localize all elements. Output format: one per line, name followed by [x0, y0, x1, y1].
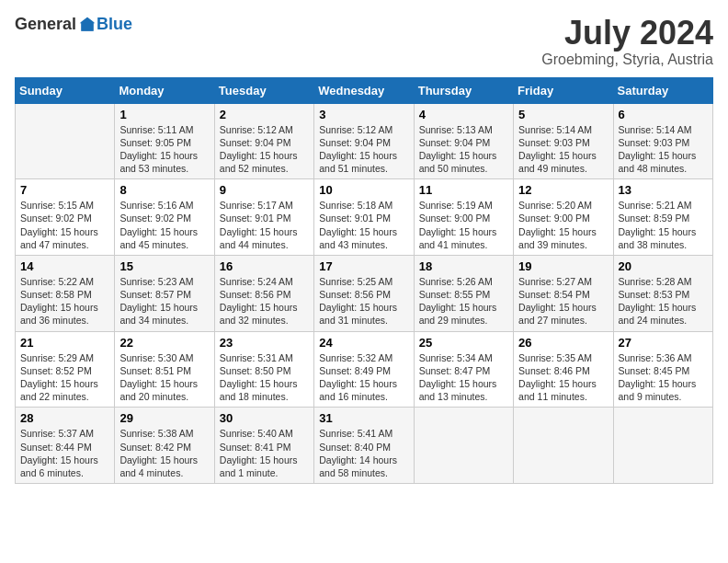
- day-info: Sunrise: 5:38 AMSunset: 8:42 PMDaylight:…: [119, 427, 209, 479]
- header-thursday: Thursday: [414, 77, 513, 103]
- header-wednesday: Wednesday: [314, 77, 414, 103]
- location-title: Groebming, Styria, Austria: [541, 52, 713, 68]
- day-number: 6: [619, 108, 708, 121]
- header-saturday: Saturday: [613, 77, 712, 103]
- day-info: Sunrise: 5:11 AMSunset: 9:05 PMDaylight:…: [119, 123, 209, 176]
- day-cell-17: 17Sunrise: 5:25 AMSunset: 8:56 PMDayligh…: [314, 255, 414, 331]
- logo-general-text: General: [15, 15, 76, 34]
- day-info: Sunrise: 5:40 AMSunset: 8:41 PMDaylight:…: [220, 427, 309, 479]
- day-info: Sunrise: 5:27 AMSunset: 8:54 PMDaylight:…: [518, 275, 608, 327]
- day-cell-12: 12Sunrise: 5:20 AMSunset: 9:00 PMDayligh…: [514, 179, 613, 256]
- day-cell-31: 31Sunrise: 5:41 AMSunset: 8:40 PMDayligh…: [314, 408, 414, 484]
- day-info: Sunrise: 5:12 AMSunset: 9:04 PMDaylight:…: [220, 123, 309, 176]
- day-cell-10: 10Sunrise: 5:18 AMSunset: 9:01 PMDayligh…: [314, 179, 414, 256]
- month-title: July 2024: [541, 15, 713, 52]
- empty-cell: [613, 408, 712, 484]
- day-number: 28: [20, 411, 109, 425]
- day-number: 9: [220, 183, 309, 197]
- header-friday: Friday: [514, 77, 613, 103]
- day-info: Sunrise: 5:23 AMSunset: 8:57 PMDaylight:…: [119, 275, 209, 327]
- day-cell-29: 29Sunrise: 5:38 AMSunset: 8:42 PMDayligh…: [115, 408, 214, 484]
- day-number: 17: [319, 259, 408, 273]
- day-number: 5: [518, 108, 608, 121]
- day-cell-5: 5Sunrise: 5:14 AMSunset: 9:03 PMDaylight…: [514, 103, 613, 179]
- logo-icon: [78, 16, 97, 34]
- day-cell-19: 19Sunrise: 5:27 AMSunset: 8:54 PMDayligh…: [514, 255, 613, 331]
- day-number: 10: [319, 183, 408, 197]
- day-number: 8: [119, 183, 209, 197]
- day-number: 2: [220, 108, 309, 121]
- day-cell-22: 22Sunrise: 5:30 AMSunset: 8:51 PMDayligh…: [115, 331, 214, 408]
- day-info: Sunrise: 5:34 AMSunset: 8:47 PMDaylight:…: [419, 351, 508, 404]
- day-cell-15: 15Sunrise: 5:23 AMSunset: 8:57 PMDayligh…: [115, 255, 214, 331]
- day-info: Sunrise: 5:18 AMSunset: 9:01 PMDaylight:…: [319, 199, 408, 251]
- empty-cell: [514, 408, 613, 484]
- empty-cell: [414, 408, 513, 484]
- day-cell-24: 24Sunrise: 5:32 AMSunset: 8:49 PMDayligh…: [314, 331, 414, 408]
- day-cell-1: 1Sunrise: 5:11 AMSunset: 9:05 PMDaylight…: [115, 103, 214, 179]
- day-info: Sunrise: 5:14 AMSunset: 9:03 PMDaylight:…: [619, 123, 708, 176]
- day-number: 1: [119, 108, 209, 121]
- day-number: 22: [119, 336, 209, 350]
- day-info: Sunrise: 5:14 AMSunset: 9:03 PMDaylight:…: [518, 123, 608, 176]
- day-cell-6: 6Sunrise: 5:14 AMSunset: 9:03 PMDaylight…: [613, 103, 712, 179]
- week-row-5: 28Sunrise: 5:37 AMSunset: 8:44 PMDayligh…: [16, 408, 713, 484]
- day-cell-8: 8Sunrise: 5:16 AMSunset: 9:02 PMDaylight…: [115, 179, 214, 256]
- day-info: Sunrise: 5:25 AMSunset: 8:56 PMDaylight:…: [319, 275, 408, 327]
- day-info: Sunrise: 5:22 AMSunset: 8:58 PMDaylight:…: [20, 275, 109, 327]
- day-info: Sunrise: 5:28 AMSunset: 8:53 PMDaylight:…: [619, 275, 708, 327]
- day-number: 7: [20, 183, 109, 197]
- day-number: 13: [619, 183, 708, 197]
- day-cell-23: 23Sunrise: 5:31 AMSunset: 8:50 PMDayligh…: [214, 331, 313, 408]
- day-cell-2: 2Sunrise: 5:12 AMSunset: 9:04 PMDaylight…: [214, 103, 313, 179]
- day-number: 31: [319, 411, 408, 425]
- day-info: Sunrise: 5:36 AMSunset: 8:45 PMDaylight:…: [619, 351, 708, 404]
- day-cell-27: 27Sunrise: 5:36 AMSunset: 8:45 PMDayligh…: [613, 331, 712, 408]
- day-cell-11: 11Sunrise: 5:19 AMSunset: 9:00 PMDayligh…: [414, 179, 513, 256]
- day-info: Sunrise: 5:16 AMSunset: 9:02 PMDaylight:…: [119, 199, 209, 251]
- day-number: 29: [119, 411, 209, 425]
- day-info: Sunrise: 5:41 AMSunset: 8:40 PMDaylight:…: [319, 427, 408, 479]
- day-info: Sunrise: 5:29 AMSunset: 8:52 PMDaylight:…: [20, 351, 109, 404]
- day-cell-18: 18Sunrise: 5:26 AMSunset: 8:55 PMDayligh…: [414, 255, 513, 331]
- day-cell-16: 16Sunrise: 5:24 AMSunset: 8:56 PMDayligh…: [214, 255, 313, 331]
- day-info: Sunrise: 5:12 AMSunset: 9:04 PMDaylight:…: [319, 123, 408, 176]
- day-info: Sunrise: 5:17 AMSunset: 9:01 PMDaylight:…: [220, 199, 309, 251]
- day-number: 23: [220, 336, 309, 350]
- day-number: 14: [20, 259, 109, 273]
- day-number: 11: [419, 183, 508, 197]
- day-info: Sunrise: 5:15 AMSunset: 9:02 PMDaylight:…: [20, 199, 109, 251]
- day-info: Sunrise: 5:26 AMSunset: 8:55 PMDaylight:…: [419, 275, 508, 327]
- day-number: 4: [419, 108, 508, 121]
- page-header: General Blue July 2024 Groebming, Styria…: [15, 15, 713, 68]
- day-number: 26: [518, 336, 608, 350]
- calendar-table: SundayMondayTuesdayWednesdayThursdayFrid…: [15, 77, 713, 484]
- week-row-2: 7Sunrise: 5:15 AMSunset: 9:02 PMDaylight…: [16, 179, 713, 256]
- day-info: Sunrise: 5:37 AMSunset: 8:44 PMDaylight:…: [20, 427, 109, 479]
- day-info: Sunrise: 5:21 AMSunset: 8:59 PMDaylight:…: [619, 199, 708, 251]
- day-number: 3: [319, 108, 408, 121]
- day-cell-4: 4Sunrise: 5:13 AMSunset: 9:04 PMDaylight…: [414, 103, 513, 179]
- day-number: 24: [319, 336, 408, 350]
- day-info: Sunrise: 5:19 AMSunset: 9:00 PMDaylight:…: [419, 199, 508, 251]
- day-info: Sunrise: 5:20 AMSunset: 9:00 PMDaylight:…: [518, 199, 608, 251]
- logo-blue-text: Blue: [97, 15, 132, 34]
- day-cell-28: 28Sunrise: 5:37 AMSunset: 8:44 PMDayligh…: [16, 408, 115, 484]
- day-cell-30: 30Sunrise: 5:40 AMSunset: 8:41 PMDayligh…: [214, 408, 313, 484]
- day-number: 25: [419, 336, 508, 350]
- day-info: Sunrise: 5:32 AMSunset: 8:49 PMDaylight:…: [319, 351, 408, 404]
- day-cell-21: 21Sunrise: 5:29 AMSunset: 8:52 PMDayligh…: [16, 331, 115, 408]
- day-number: 30: [220, 411, 309, 425]
- header-sunday: Sunday: [16, 77, 115, 103]
- day-info: Sunrise: 5:13 AMSunset: 9:04 PMDaylight:…: [419, 123, 508, 176]
- day-cell-25: 25Sunrise: 5:34 AMSunset: 8:47 PMDayligh…: [414, 331, 513, 408]
- header-tuesday: Tuesday: [214, 77, 313, 103]
- day-info: Sunrise: 5:35 AMSunset: 8:46 PMDaylight:…: [518, 351, 608, 404]
- day-cell-20: 20Sunrise: 5:28 AMSunset: 8:53 PMDayligh…: [613, 255, 712, 331]
- calendar-header-row: SundayMondayTuesdayWednesdayThursdayFrid…: [16, 77, 713, 103]
- logo: General Blue: [15, 15, 132, 34]
- week-row-1: 1Sunrise: 5:11 AMSunset: 9:05 PMDaylight…: [16, 103, 713, 179]
- day-cell-14: 14Sunrise: 5:22 AMSunset: 8:58 PMDayligh…: [16, 255, 115, 331]
- day-info: Sunrise: 5:30 AMSunset: 8:51 PMDaylight:…: [119, 351, 209, 404]
- week-row-3: 14Sunrise: 5:22 AMSunset: 8:58 PMDayligh…: [16, 255, 713, 331]
